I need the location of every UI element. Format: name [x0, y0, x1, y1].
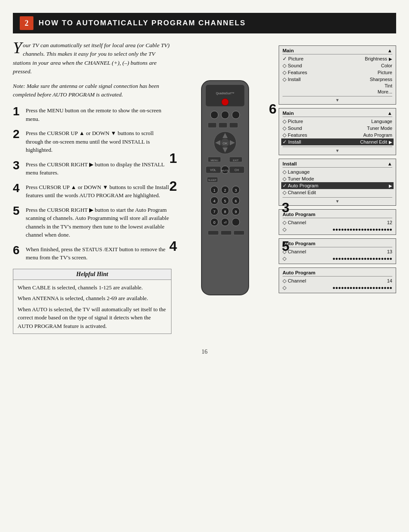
menu-data-row: ◇ Channel13 [283, 248, 392, 255]
menu-row-right: 14 [387, 278, 392, 283]
svg-text:VOL: VOL [210, 168, 216, 171]
menu-data-row: ◇ FeaturesAuto Program [283, 132, 392, 138]
menu-row-right: Color [381, 63, 392, 68]
hint-box: Helpful Hint When CABLE is selected, cha… [13, 269, 171, 334]
svg-text:MUTE: MUTE [222, 169, 229, 172]
step-item-1: 1 Press the MENU button on the remote to… [13, 106, 171, 123]
menu-data-row: ◇ InstallSharpness [283, 76, 392, 83]
step-text: Press the CURSOR RIGHT ▶ button to start… [26, 206, 171, 239]
menu-arrow-icon: ▶ [389, 57, 392, 61]
menu-row-left: ◇ Channel [283, 219, 306, 225]
menu-data-row: ◇ Tuner Mode [283, 175, 392, 182]
svg-rect-54 [234, 231, 244, 235]
menu-data-row: ◇ Language [283, 168, 392, 175]
menu-header-right: ▲ [388, 48, 392, 53]
menu-row-right-text: Tuner Mode [367, 126, 392, 131]
step-text: Press the CURSOR UP ▲ or DOWN ▼ buttons … [26, 129, 171, 154]
step-number: 5 [13, 205, 22, 217]
menu-row-right-text: 14 [387, 278, 392, 283]
menu-header-row: Install▲ [283, 161, 392, 168]
menu-row-left: ✓ Auto Program [283, 183, 319, 189]
svg-point-4 [211, 111, 218, 119]
menu-row-right-text: Color [381, 63, 392, 68]
svg-rect-52 [208, 231, 219, 235]
menu-footer: ▼ [283, 199, 392, 204]
menu-row-right: Tuner Mode [367, 126, 392, 131]
svg-text:0: 0 [213, 220, 215, 225]
menu-data-row: ◇ Channel12 [283, 219, 392, 226]
menu-row-left: ◇ Features [283, 132, 307, 138]
menu-arrow-icon: ▶ [389, 140, 392, 144]
menu-row-right: ▶ [387, 183, 392, 188]
menu-header-right: ▲ [388, 111, 392, 116]
svg-point-3 [222, 99, 229, 105]
menu-row-right-text: More... [378, 89, 392, 94]
menu-data-row: More... [283, 89, 392, 95]
menu-row-left: ◇ Tuner Mode [283, 176, 314, 182]
svg-text:4: 4 [213, 199, 215, 203]
menu-data-row: ◇ PictureLanguage [283, 118, 392, 125]
remote-area: 1 2 4 6 3 5 QuadraSurf™ [180, 41, 274, 334]
menu-header-row: Auto Program [283, 211, 392, 218]
menu-header-left: Main [283, 48, 294, 53]
menu-row-left: ◇ Channel [283, 278, 306, 284]
menu-footer: ▼ [283, 148, 392, 153]
svg-text:8: 8 [224, 210, 226, 214]
menu-row-right: Channel Edit▶ [360, 139, 392, 144]
menu-row-right-text: Auto Program [363, 132, 392, 138]
step-text: Press CURSOR UP ▲ or DOWN ▼ buttons to s… [26, 183, 171, 200]
menu-row-right-text: Sharpness [370, 77, 392, 82]
hint-title: Helpful Hint [13, 269, 171, 280]
step-text: Press the MENU button on the remote to s… [26, 106, 171, 123]
svg-text:MENU: MENU [211, 159, 218, 162]
menu-data-row: ◇ SoundColor [283, 62, 392, 69]
badge-4: 4 [169, 239, 177, 253]
menu-row-right-text: 13 [387, 249, 392, 254]
menu-row-right-text: Picture [378, 70, 392, 75]
menu-row-right: Tint [385, 83, 392, 88]
step-number: 6 [13, 244, 22, 256]
hint-content: When CABLE is selected, channels 1-125 a… [13, 280, 171, 334]
menu-header-row: Auto Program [283, 240, 392, 247]
menu-data-row: ◇ SoundTuner Mode [283, 125, 392, 132]
badge-6: 6 [269, 102, 277, 116]
menu-row-left: ◇ Install [283, 76, 301, 82]
menu-header-left: Auto Program [283, 270, 316, 275]
intro-text: Your TV can automatically set itself for… [13, 41, 171, 76]
step-item-6: 6 When finished, press the STATUS /EXIT … [13, 245, 171, 262]
step-item-2: 2 Press the CURSOR UP ▲ or DOWN ▼ button… [13, 129, 171, 154]
svg-rect-9 [229, 123, 238, 128]
menu-box-menu5: Auto Program◇ Channel13◇●●●●●●●●●●●●●●●●… [279, 238, 396, 264]
menu-header-left: Main [283, 111, 294, 116]
menu-footer: ▼ [283, 98, 392, 102]
menu-row-right-text: Language [371, 119, 392, 124]
step-item-4: 4 Press CURSOR UP ▲ or DOWN ▼ buttons to… [13, 183, 171, 200]
menu-data-row: ◇ Channel Edit [283, 189, 392, 196]
header-title: How to Automatically Program Channels [39, 19, 246, 27]
menu-data-row: ◇●●●●●●●●●●●●●●●●●●●●● [283, 255, 392, 262]
step-text: When finished, press the STATUS /EXIT bu… [26, 245, 171, 262]
badge-2: 2 [169, 179, 177, 193]
menus-area: Main▲✓ PictureBrightness▶◇ SoundColor◇ F… [279, 41, 396, 334]
step-number: 1 [13, 105, 22, 117]
menu-row-right: More... [378, 89, 392, 94]
steps-list: 1 Press the MENU button on the remote to… [13, 106, 171, 262]
svg-rect-7 [208, 123, 217, 128]
svg-text:EXIT: EXIT [233, 159, 239, 162]
badge-5: 5 [282, 239, 289, 253]
menu-row-right-text: ●●●●●●●●●●●●●●●●●●●●● [332, 227, 392, 232]
menu-row-left: ◇ Features [283, 69, 307, 75]
menu-arrow-icon: ▶ [389, 183, 392, 188]
page-number: 16 [0, 342, 409, 360]
step-number: 2 [13, 128, 22, 140]
svg-text:SLEEP: SLEEP [208, 179, 216, 181]
step-item-5: 5 Press the CURSOR RIGHT ▶ button to sta… [13, 206, 171, 239]
menu-data-row: ✓ InstallChannel Edit▶ [281, 138, 394, 145]
menu-row-right: Brightness▶ [365, 56, 392, 61]
menu-row-left: ◇ Language [283, 169, 310, 175]
menu-row-right-text: Brightness [365, 56, 387, 61]
menu-row-right-text: ●●●●●●●●●●●●●●●●●●●●● [332, 256, 392, 261]
badge-1: 1 [169, 151, 177, 165]
menu-row-right: 12 [387, 220, 392, 225]
svg-rect-53 [221, 231, 232, 235]
